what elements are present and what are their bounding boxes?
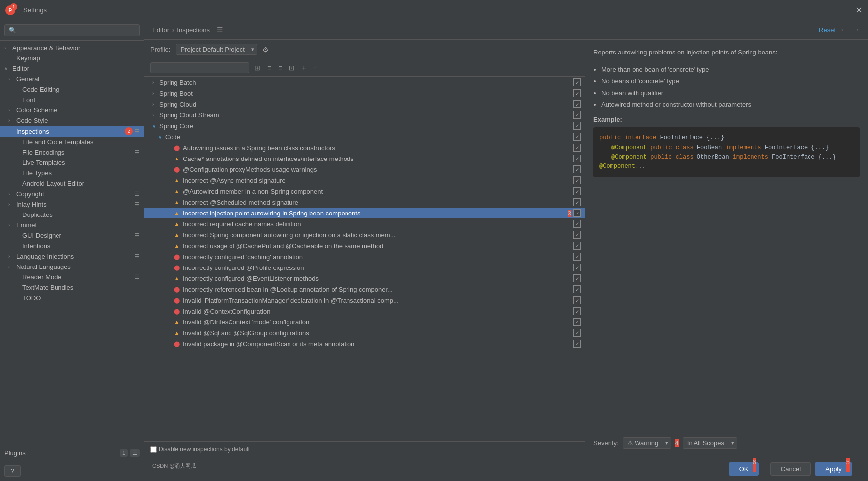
insp-item-spring-cloud[interactable]: › Spring Cloud ✓ [144,99,585,109]
collapse-button[interactable]: ≡ [276,63,284,73]
sidebar-search-input[interactable] [4,24,140,36]
insp-item-dirties-context[interactable]: ▲ Invalid @DirtiesContext 'mode' configu… [144,317,585,327]
add-button[interactable]: + [300,63,308,73]
insp-item-autowired-non-spring[interactable]: ▲ @Autowired member in a non-Spring comp… [144,186,585,197]
insp-checkbox[interactable]: ✓ [573,285,581,293]
insp-item-static-class[interactable]: ▲ Incorrect Spring component autowiring … [144,229,585,240]
insp-checkbox[interactable]: ✓ [573,89,581,97]
insp-item-caching-annotation[interactable]: ⬤ Incorrectly configured 'caching' annot… [144,251,585,262]
nav-back-button[interactable]: ← [840,25,848,34]
insp-checkbox[interactable]: ✓ [573,100,581,108]
insp-checkbox[interactable]: ✓ [573,318,581,326]
group-button[interactable]: ⊡ [287,63,297,73]
filter-button[interactable]: ⊞ [252,63,262,73]
sidebar-item-language-injections[interactable]: › Language Injections ☰ [0,251,144,262]
insp-checkbox[interactable]: ✓ [573,231,581,239]
insp-checkbox[interactable]: ✓ [573,296,581,304]
insp-item-spring-boot[interactable]: › Spring Boot ✓ [144,88,585,99]
expand-button[interactable]: ≡ [265,63,273,73]
insp-checkbox[interactable]: ✓ [573,155,581,162]
code-line-2: @Component public class FooBean implemen… [599,143,854,153]
sidebar-item-appearance[interactable]: › Appearance & Behavior [0,43,144,53]
help-button[interactable]: ? [4,465,21,477]
sidebar-item-emmet[interactable]: › Emmet [0,220,144,230]
gear-button[interactable]: ⚙ [261,45,270,54]
insp-checkbox[interactable]: ✓ [573,220,581,228]
arrow-icon: › [8,222,16,228]
nav-forward-button[interactable]: → [852,25,860,34]
severity-error-icon: ⬤ [173,285,181,293]
insp-item-code[interactable]: ∨ Code ✓ [144,131,585,142]
insp-item-spring-core[interactable]: ∨ Spring Core ✓ [144,120,585,131]
insp-item-autowiring-constructors[interactable]: ⬤ Autowiring issues in a Spring bean cla… [144,142,585,153]
scope-select[interactable]: In All Scopes [683,437,737,449]
sidebar-item-intentions[interactable]: Intentions [0,241,144,251]
sidebar-item-inspections[interactable]: Inspections 2 ☰ [0,126,144,137]
insp-item-spring-cloud-stream[interactable]: › Spring Cloud Stream ✓ [144,109,585,120]
insp-checkbox[interactable]: ✓ [573,165,581,173]
sidebar-item-copyright[interactable]: › Copyright ☰ [0,189,144,199]
insp-item-cache-names[interactable]: ▲ Incorrect required cache names definit… [144,218,585,229]
sidebar-item-file-encodings[interactable]: File Encodings ☰ [0,147,144,158]
sidebar-item-label: File Encodings [22,149,133,156]
insp-item-cache-annotations[interactable]: ▲ Cache* annotations defined on interfac… [144,153,585,164]
sidebar-item-file-types[interactable]: File Types [0,168,144,178]
sidebar-item-gui-designer[interactable]: GUI Designer ☰ [0,230,144,241]
insp-item-cacheput[interactable]: ▲ Incorrect usage of @CachePut and @Cach… [144,240,585,251]
insp-item-lookup-annotation[interactable]: ⬤ Incorrectly referenced bean in @Lookup… [144,284,585,295]
insp-item-injection-point[interactable]: ▲ Incorrect injection point autowiring i… [144,208,585,218]
insp-checkbox[interactable]: ✓ [573,198,581,206]
insp-checkbox[interactable]: ✓ [573,144,581,152]
sidebar-item-code-style[interactable]: › Code Style [0,115,144,126]
disable-inspections-checkbox[interactable] [150,446,157,453]
close-button[interactable]: ✕ [855,5,863,16]
insp-checkbox[interactable]: ✓ [573,242,581,250]
insp-item-async-method[interactable]: ▲ Incorrect @Async method signature ✓ [144,175,585,186]
insp-checkbox[interactable]: ✓ [573,329,581,337]
sidebar-item-file-code-templates[interactable]: File and Code Templates [0,137,144,147]
insp-checkbox[interactable]: ✓ [573,340,581,348]
sidebar-item-duplicates[interactable]: Duplicates [0,210,144,220]
sidebar-item-keymap[interactable]: Keymap [0,53,144,63]
insp-item-component-scan[interactable]: ⬤ Invalid package in @ComponentScan or i… [144,338,585,349]
insp-checkbox[interactable]: ✓ [573,274,581,282]
insp-item-configuration-proxy[interactable]: ⬤ @Configuration proxyMethods usage warn… [144,164,585,175]
sidebar-item-reader-mode[interactable]: Reader Mode ☰ [0,272,144,282]
insp-checkbox[interactable]: ✓ [573,307,581,315]
insp-checkbox[interactable]: ✓ [573,264,581,271]
sidebar-item-todo[interactable]: TODO [0,293,144,303]
insp-item-platform-transaction[interactable]: ⬤ Invalid 'PlatformTransactionManager' d… [144,295,585,306]
filter-search-input[interactable] [150,62,249,73]
insp-checkbox[interactable]: ✓ [573,187,581,195]
sidebar-item-general[interactable]: › General [0,74,144,84]
sidebar-item-font[interactable]: Font [0,95,144,105]
insp-checkbox[interactable]: ✓ [573,209,581,217]
sidebar-item-color-scheme[interactable]: › Color Scheme [0,105,144,115]
insp-checkbox[interactable]: ✓ [573,78,581,86]
insp-checkbox[interactable]: ✓ [573,253,581,261]
insp-checkbox[interactable]: ✓ [573,133,581,141]
cancel-button[interactable]: Cancel [770,462,811,476]
menu-icon[interactable]: ☰ [217,26,223,34]
sidebar-item-textmate[interactable]: TextMate Bundles [0,282,144,293]
insp-item-profile-expression[interactable]: ⬤ Incorrectly configured @Profile expres… [144,262,585,273]
insp-checkbox[interactable]: ✓ [573,111,581,119]
sidebar-item-android-layout[interactable]: Android Layout Editor [0,178,144,189]
sidebar-item-live-templates[interactable]: Live Templates [0,158,144,168]
remove-button[interactable]: − [311,63,319,73]
sidebar-item-editor[interactable]: ∨ Editor [0,63,144,74]
insp-checkbox[interactable]: ✓ [573,176,581,184]
reset-button[interactable]: Reset [819,26,836,34]
insp-item-context-configuration[interactable]: ⬤ Invalid @ContextConfiguration ✓ [144,306,585,317]
severity-select[interactable]: ⚠ Warning 🔴 Error ℹ Info [623,437,671,449]
insp-item-scheduled-method[interactable]: ▲ Incorrect @Scheduled method signature … [144,197,585,208]
sidebar-item-natural-languages[interactable]: › Natural Languages [0,262,144,272]
disable-inspections-label[interactable]: Disable new inspections by default [150,446,250,453]
sidebar-item-code-editing[interactable]: Code Editing [0,84,144,95]
insp-item-spring-batch[interactable]: › Spring Batch ✓ [144,77,585,88]
insp-item-event-listener[interactable]: ▲ Incorrectly configured @EventListener … [144,273,585,284]
insp-checkbox[interactable]: ✓ [573,122,581,130]
sidebar-item-inlay-hints[interactable]: › Inlay Hints ☰ [0,199,144,210]
profile-select[interactable]: Project Default Project [176,44,257,55]
insp-item-sql-sqlgroup[interactable]: ▲ Invalid @Sql and @SqlGroup configurati… [144,327,585,338]
